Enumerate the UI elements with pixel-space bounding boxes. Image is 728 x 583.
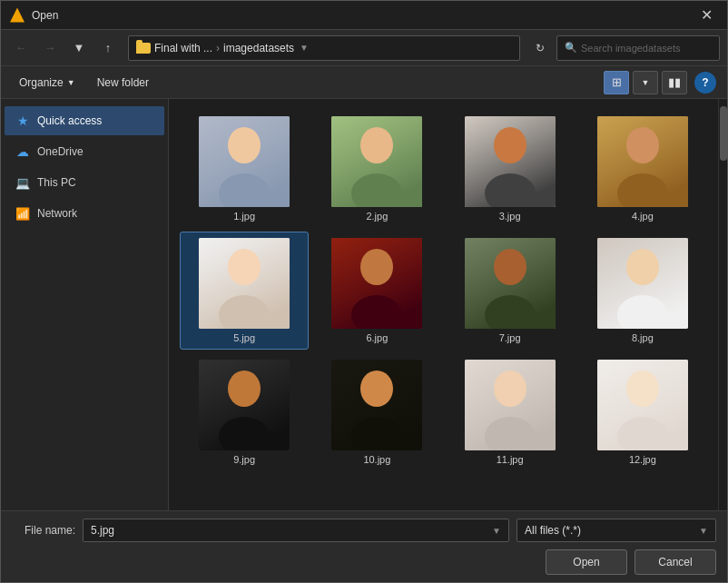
file-item[interactable]: 1.jpg: [180, 110, 309, 228]
file-name: 6.jpg: [366, 332, 388, 343]
file-item[interactable]: 4.jpg: [578, 110, 707, 228]
dropdown-button[interactable]: ▼: [66, 35, 92, 61]
main-content: ★ Quick access ☁ OneDrive 💻 This PC 📶: [1, 99, 727, 510]
file-item[interactable]: 11.jpg: [446, 353, 575, 471]
help-button[interactable]: ?: [694, 72, 716, 94]
file-name: 7.jpg: [499, 332, 521, 343]
file-item[interactable]: 10.jpg: [312, 353, 441, 471]
view-icon-button[interactable]: ⊞: [604, 71, 629, 94]
quick-access-icon: ★: [15, 114, 30, 128]
file-type-dropdown-icon: ▼: [699, 526, 708, 536]
sidebar-item-label: Quick access: [37, 114, 102, 127]
file-name-value: 5.jpg: [91, 524, 114, 537]
scrollbar-thumb[interactable]: [720, 106, 727, 161]
up-icon: ↑: [105, 41, 112, 54]
cancel-button[interactable]: Cancel: [635, 549, 716, 575]
file-thumbnail: [199, 116, 290, 207]
refresh-button[interactable]: ↻: [527, 35, 553, 61]
breadcrumb-current: imagedatasets: [223, 42, 294, 54]
file-item[interactable]: 5.jpg: [180, 232, 309, 350]
file-name: 3.jpg: [499, 211, 521, 222]
file-name-input[interactable]: 5.jpg ▼: [83, 519, 509, 542]
sidebar-item-label: OneDrive: [37, 145, 84, 158]
svg-point-6: [360, 127, 393, 163]
file-name: 2.jpg: [366, 211, 388, 222]
view-controls: ⊞ ▼ ▮▮: [604, 71, 687, 94]
forward-button[interactable]: →: [37, 35, 63, 61]
svg-point-42: [494, 371, 526, 407]
file-thumbnail: [597, 360, 688, 450]
bottom-bar: File name: 5.jpg ▼ All files (*.*) ▼ Ope…: [1, 510, 727, 582]
action-buttons: Open Cancel: [12, 549, 716, 575]
new-folder-button[interactable]: New folder: [90, 73, 156, 93]
close-button[interactable]: ✕: [694, 4, 718, 27]
file-grid-container: 1.jpg2.jpg3.jpg4.jpg5.jpg6.jpg7.jpg8.jpg…: [169, 99, 718, 510]
file-item[interactable]: 2.jpg: [312, 110, 441, 228]
file-thumbnail: [597, 116, 688, 207]
organize-button[interactable]: Organize ▼: [12, 73, 83, 93]
file-item[interactable]: 12.jpg: [578, 353, 707, 471]
file-thumbnail: [465, 238, 556, 329]
sidebar-item-label: This PC: [37, 176, 76, 189]
file-thumbnail: [465, 116, 556, 207]
view-panel-button[interactable]: ▮▮: [662, 71, 687, 94]
svg-point-46: [626, 371, 659, 407]
sidebar-item-label: Network: [37, 207, 77, 220]
file-name: 4.jpg: [632, 211, 654, 222]
svg-point-18: [228, 249, 261, 285]
file-name: 1.jpg: [233, 211, 255, 222]
file-name: 10.jpg: [363, 454, 390, 465]
breadcrumb[interactable]: Final with ... › imagedatasets ▼: [128, 35, 520, 61]
toolbar: Organize ▼ New folder ⊞ ▼ ▮▮ ?: [1, 66, 727, 99]
svg-point-34: [228, 371, 261, 407]
dialog-title: Open: [32, 9, 687, 22]
svg-point-30: [626, 249, 659, 285]
new-folder-label: New folder: [97, 76, 149, 89]
file-thumbnail: [331, 116, 422, 207]
refresh-icon: ↻: [536, 42, 545, 54]
file-name: 11.jpg: [497, 454, 524, 465]
search-bar[interactable]: 🔍 Search imagedatasets: [556, 35, 720, 61]
back-icon: ←: [15, 41, 27, 54]
sidebar-item-quick-access[interactable]: ★ Quick access: [5, 106, 164, 135]
open-button[interactable]: Open: [546, 549, 627, 575]
sidebar-item-onedrive[interactable]: ☁ OneDrive: [5, 137, 164, 166]
svg-point-14: [626, 127, 659, 163]
file-thumbnail: [331, 360, 422, 450]
organize-label: Organize: [19, 76, 64, 89]
search-placeholder: Search imagedatasets: [581, 43, 680, 54]
file-name-row: File name: 5.jpg ▼ All files (*.*) ▼: [12, 519, 716, 542]
file-item[interactable]: 3.jpg: [446, 110, 575, 228]
svg-point-38: [360, 371, 393, 407]
file-name-dropdown-icon: ▼: [492, 526, 501, 536]
dialog-icon: [10, 8, 25, 23]
organize-chevron-icon: ▼: [67, 78, 75, 87]
onedrive-icon: ☁: [15, 144, 30, 159]
view-icon: ⊞: [612, 75, 622, 89]
sidebar-item-this-pc[interactable]: 💻 This PC: [5, 168, 164, 197]
svg-point-2: [228, 127, 261, 163]
back-button[interactable]: ←: [8, 35, 34, 61]
dropdown-icon: ▼: [74, 41, 85, 54]
sidebar-item-network[interactable]: 📶 Network: [5, 199, 164, 228]
file-name: 9.jpg: [233, 454, 255, 465]
up-button[interactable]: ↑: [95, 35, 121, 61]
file-thumbnail: [331, 238, 422, 329]
file-type-value: All files (*.*): [525, 524, 581, 537]
file-item[interactable]: 7.jpg: [446, 232, 575, 350]
view-panel-icon: ▮▮: [668, 75, 681, 89]
forward-icon: →: [44, 41, 56, 54]
scrollbar-track[interactable]: [718, 99, 727, 510]
file-name-label: File name:: [12, 524, 75, 537]
file-item[interactable]: 8.jpg: [578, 232, 707, 350]
file-thumbnail: [199, 238, 290, 329]
file-name: 12.jpg: [629, 454, 656, 465]
sidebar: ★ Quick access ☁ OneDrive 💻 This PC 📶: [1, 99, 169, 510]
file-name: 5.jpg: [233, 332, 255, 343]
this-pc-icon: 💻: [15, 175, 30, 190]
file-item[interactable]: 6.jpg: [312, 232, 441, 350]
file-item[interactable]: 9.jpg: [180, 353, 309, 471]
view-chevron-button[interactable]: ▼: [633, 71, 658, 94]
title-bar: Open ✕: [1, 1, 727, 30]
file-type-select[interactable]: All files (*.*) ▼: [516, 519, 716, 542]
